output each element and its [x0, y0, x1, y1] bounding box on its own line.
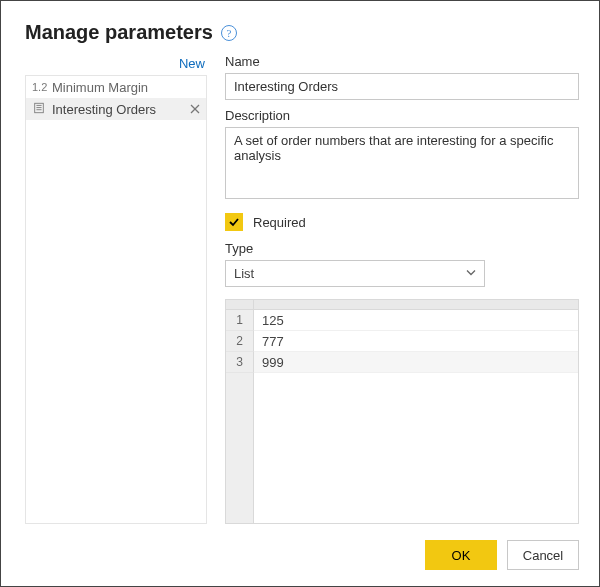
row-number: 2 [226, 331, 254, 352]
description-label: Description [225, 108, 579, 123]
name-label: Name [225, 54, 579, 69]
parameter-list: 1.2 Minimum Margin Interesting Orders [25, 75, 207, 524]
new-parameter-link[interactable]: New [25, 54, 207, 75]
parameter-item-label: Interesting Orders [52, 102, 184, 117]
cancel-button[interactable]: Cancel [507, 540, 579, 570]
type-select[interactable]: List [225, 260, 485, 287]
required-label: Required [253, 215, 306, 230]
name-input[interactable] [225, 73, 579, 100]
type-label: Type [225, 241, 579, 256]
ok-button[interactable]: OK [425, 540, 497, 570]
list-value-cell[interactable]: 999 [254, 352, 578, 373]
row-number: 3 [226, 352, 254, 373]
parameter-item-label: Minimum Margin [52, 80, 200, 95]
dialog-title: Manage parameters [25, 21, 213, 44]
list-value-cell[interactable]: 777 [254, 331, 578, 352]
required-checkbox[interactable] [225, 213, 243, 231]
list-value-cell[interactable]: 125 [254, 310, 578, 331]
row-number: 1 [226, 310, 254, 331]
description-input[interactable] [225, 127, 579, 199]
list-values-grid[interactable]: 1 125 2 777 3 999 [225, 299, 579, 524]
numeric-icon: 1.2 [32, 81, 46, 93]
list-icon [32, 102, 46, 116]
help-icon[interactable]: ? [221, 25, 237, 41]
delete-parameter-icon[interactable] [190, 103, 200, 116]
parameter-item-interesting-orders[interactable]: Interesting Orders [26, 98, 206, 120]
parameter-item-minimum-margin[interactable]: 1.2 Minimum Margin [26, 76, 206, 98]
